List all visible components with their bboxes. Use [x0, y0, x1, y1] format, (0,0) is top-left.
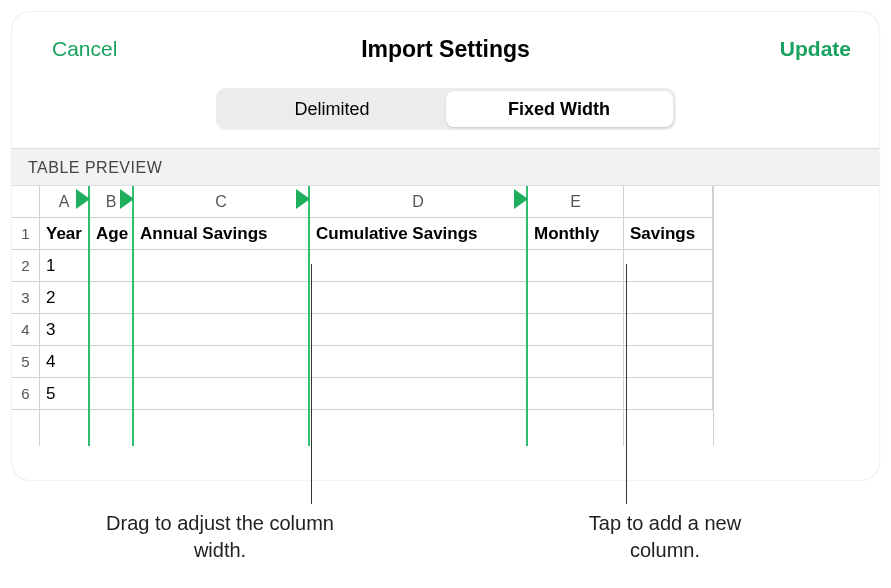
cell — [528, 282, 623, 314]
segment-fixed-width[interactable]: Fixed Width — [446, 91, 673, 127]
cell — [310, 314, 526, 346]
cell — [134, 378, 308, 410]
cell: Cumulative Savings — [310, 218, 526, 250]
column-letter: E — [570, 193, 581, 211]
overflow-column: . Savings — [624, 186, 714, 446]
column-header[interactable]: D — [310, 186, 526, 218]
row-header: 5 — [12, 346, 39, 378]
cell — [90, 378, 132, 410]
cell — [134, 346, 308, 378]
columns-area[interactable]: A Year 1 2 3 4 5 B Age — [40, 186, 879, 446]
cell — [528, 378, 623, 410]
cell — [90, 282, 132, 314]
cell: 4 — [40, 346, 88, 378]
callout-leader-line — [311, 264, 312, 504]
table-preview[interactable]: 1 2 3 4 5 6 A Year 1 2 3 4 — [12, 186, 879, 446]
column-header[interactable]: C — [134, 186, 308, 218]
table-preview-label: TABLE PREVIEW — [12, 148, 879, 186]
segmented-control-wrap: Delimited Fixed Width — [12, 86, 879, 148]
cell — [528, 346, 623, 378]
row-header: 6 — [12, 378, 39, 410]
cell — [90, 314, 132, 346]
cell — [90, 250, 132, 282]
row-header: 1 — [12, 218, 39, 250]
cell — [134, 314, 308, 346]
corner-cell — [12, 186, 39, 218]
column-divider-handle-icon[interactable] — [76, 189, 90, 209]
column-divider-handle-icon[interactable] — [296, 189, 310, 209]
cell: Monthly — [528, 218, 623, 250]
cell: Age — [90, 218, 132, 250]
row-header: 4 — [12, 314, 39, 346]
cell — [310, 282, 526, 314]
cancel-button[interactable]: Cancel — [52, 37, 117, 61]
column-divider-handle-icon[interactable] — [514, 189, 528, 209]
cell — [528, 314, 623, 346]
column-letter: D — [412, 193, 424, 211]
column-letter: B — [106, 193, 117, 211]
cell — [624, 282, 713, 314]
cell — [310, 250, 526, 282]
callout-tap-add-column: Tap to add a new column. — [560, 510, 770, 564]
cell — [624, 250, 713, 282]
column-header[interactable]: E — [528, 186, 623, 218]
column-letter: A — [59, 193, 70, 211]
cell: Savings — [624, 218, 713, 250]
cell: Year — [40, 218, 88, 250]
cell — [310, 346, 526, 378]
column-e: E Monthly — [528, 186, 624, 446]
column-d: D Cumulative Savings — [310, 186, 528, 446]
row-header: 2 — [12, 250, 39, 282]
cell: 5 — [40, 378, 88, 410]
cell — [624, 346, 713, 378]
cell — [624, 378, 713, 410]
cell — [134, 250, 308, 282]
sheet-title: Import Settings — [361, 36, 530, 63]
row-header: 3 — [12, 282, 39, 314]
column-a: A Year 1 2 3 4 5 — [40, 186, 90, 446]
column-header[interactable]: A — [40, 186, 88, 218]
cell: 2 — [40, 282, 88, 314]
cell — [90, 346, 132, 378]
column-divider-handle-icon[interactable] — [120, 189, 134, 209]
callout-leader-line — [626, 264, 627, 504]
cell: Annual Savings — [134, 218, 308, 250]
column-header[interactable]: B — [90, 186, 132, 218]
import-settings-sheet: Cancel Import Settings Update Delimited … — [12, 12, 879, 480]
mode-segmented-control[interactable]: Delimited Fixed Width — [216, 88, 676, 130]
segment-delimited[interactable]: Delimited — [219, 91, 446, 127]
column-b: B Age — [90, 186, 134, 446]
sheet-header: Cancel Import Settings Update — [12, 12, 879, 86]
column-letter: C — [215, 193, 227, 211]
cell — [310, 378, 526, 410]
column-c: C Annual Savings — [134, 186, 310, 446]
cell: 1 — [40, 250, 88, 282]
callout-drag-width: Drag to adjust the column width. — [90, 510, 350, 564]
update-button[interactable]: Update — [780, 37, 851, 61]
cell — [624, 314, 713, 346]
cell — [528, 250, 623, 282]
cell — [134, 282, 308, 314]
row-number-gutter: 1 2 3 4 5 6 — [12, 186, 40, 446]
column-header-blank[interactable]: . — [624, 186, 713, 218]
cell: 3 — [40, 314, 88, 346]
